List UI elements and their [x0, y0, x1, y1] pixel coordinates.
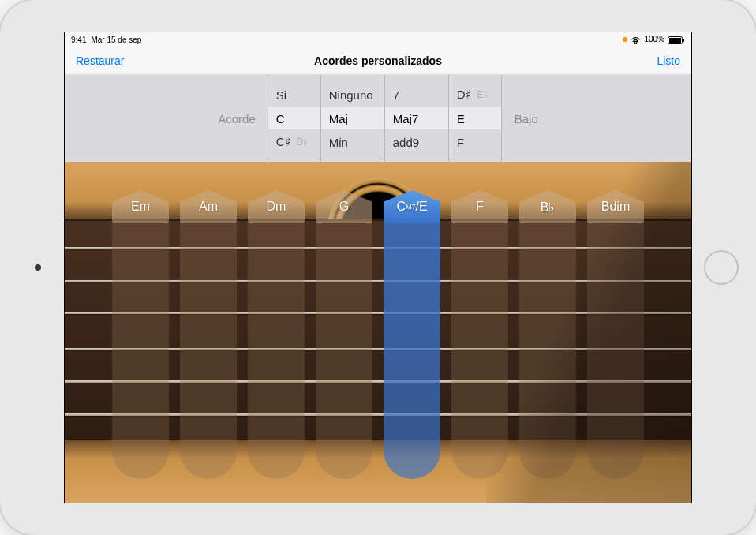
chord-label[interactable]: F [451, 190, 508, 223]
status-time: 9:41 [71, 36, 86, 44]
chord-label[interactable]: Em [112, 190, 169, 223]
chord-label[interactable]: B♭ [519, 190, 576, 223]
chord-label[interactable]: Am [180, 190, 237, 223]
picker-label-chord: Acorde [205, 112, 268, 125]
picker-option[interactable]: C♯ [276, 135, 290, 149]
chord-strum-area[interactable] [451, 222, 508, 479]
chord-strip[interactable]: B♭ [516, 190, 579, 479]
svg-rect-1 [669, 38, 681, 43]
nav-header: Restaurar Acordes personalizados Listo [65, 47, 691, 75]
restore-button[interactable]: Restaurar [76, 54, 124, 67]
picker-label-bass: Bajo [502, 112, 551, 125]
chord-strum-area[interactable] [316, 222, 372, 479]
chord-strip[interactable]: Am [177, 190, 240, 479]
chord-label[interactable]: CM7/E [384, 190, 440, 223]
chord-label[interactable]: G [316, 190, 372, 223]
chord-strip[interactable]: Bdim [584, 190, 647, 479]
picker-option[interactable]: Maj7 [393, 112, 419, 125]
wifi-icon [631, 35, 641, 43]
done-button[interactable]: Listo [657, 54, 680, 67]
chord-strip[interactable]: F [448, 190, 511, 479]
picker-option[interactable]: C [276, 112, 285, 125]
chord-strip[interactable]: Em [109, 190, 172, 479]
picker-option[interactable]: Maj [329, 112, 348, 125]
status-date: Mar 15 de sep [91, 36, 141, 44]
picker-root-column[interactable]: Si C C♯D♭ [268, 75, 321, 162]
screen: 9:41 Mar 15 de sep 100% Restaurar Acorde… [64, 32, 692, 503]
page-title: Acordes personalizados [314, 54, 442, 67]
home-button[interactable] [704, 250, 739, 285]
chord-strum-area[interactable] [587, 222, 644, 479]
battery-percent: 100% [644, 35, 664, 43]
front-camera [35, 264, 41, 271]
chord-label[interactable]: Dm [248, 190, 305, 223]
battery-icon [668, 35, 685, 43]
ipad-device-frame: 9:41 Mar 15 de sep 100% Restaurar Acorde… [0, 0, 756, 535]
picker-bass-column[interactable]: D♯E♭ E F [448, 75, 502, 162]
picker-option[interactable]: Ninguno [329, 88, 373, 102]
picker-extension-column[interactable]: 7 Maj7 add9 [384, 75, 449, 162]
svg-rect-2 [683, 39, 685, 42]
chord-strum-area[interactable] [248, 222, 305, 479]
chord-strips-row: EmAmDmGCM7/EFB♭Bdim [65, 190, 691, 479]
picker-option[interactable]: 7 [393, 88, 399, 102]
recording-indicator-icon [623, 37, 627, 42]
picker-option[interactable]: Min [329, 136, 348, 149]
guitar-instrument: EmAmDmGCM7/EFB♭Bdim [65, 162, 691, 503]
chord-strum-area[interactable] [384, 222, 440, 479]
chord-strip[interactable]: CM7/E [380, 190, 443, 479]
picker-option[interactable]: F [457, 136, 464, 149]
picker-option[interactable]: E [457, 112, 465, 125]
chord-strum-area[interactable] [112, 222, 169, 479]
chord-strum-area[interactable] [519, 222, 576, 479]
chord-strip[interactable]: G [313, 190, 376, 479]
picker-option[interactable]: add9 [393, 136, 419, 149]
status-bar: 9:41 Mar 15 de sep 100% [65, 32, 691, 47]
picker-quality-column[interactable]: Ninguno Maj Min [320, 75, 385, 162]
chord-strum-area[interactable] [180, 222, 237, 479]
picker-option[interactable]: D♯ [457, 88, 471, 102]
chord-label[interactable]: Bdim [587, 190, 644, 223]
chord-strip[interactable]: Dm [245, 190, 308, 479]
chord-picker: Acorde Si C C♯D♭ Ninguno Maj Min 7 Maj7 … [65, 75, 691, 162]
picker-option[interactable]: Si [276, 88, 286, 102]
